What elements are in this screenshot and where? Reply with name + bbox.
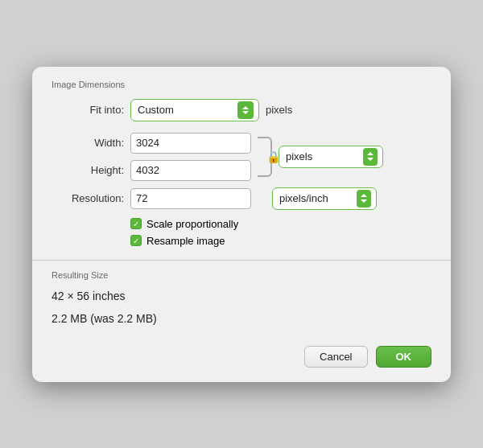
cancel-button[interactable]: Cancel [304,346,367,368]
pixels-unit-up-icon [367,152,374,155]
resolution-unit-down-icon [361,199,367,203]
resolution-unit-arrows[interactable] [357,190,371,208]
image-dimensions-section: Image Dimensions Fit into: Custom pixels… [32,67,451,260]
ok-button[interactable]: OK [376,346,432,368]
width-label: Width: [52,137,124,149]
resolution-unit-value: pixels/inch [279,192,352,204]
resample-row: ✓ Resample image [130,235,431,247]
pixels-unit-arrows[interactable] [363,148,378,166]
pixels-after-label: pixels [266,104,292,116]
height-label: Height: [52,164,124,176]
resulting-section: Resulting Size 42 × 56 inches 2.2 MB (wa… [32,261,451,336]
wh-fields: Width: Height: [52,133,251,181]
resolution-unit-select[interactable]: pixels/inch [272,187,377,210]
fit-into-label: Fit into: [52,104,124,116]
fit-into-select-value: Custom [138,104,233,116]
scale-label: Scale proportionally [147,218,238,230]
lock-area: 🔒 [258,137,272,177]
filesize-result: 2.2 MB (was 2.2 MB) [52,312,431,325]
resulting-size-title: Resulting Size [52,270,431,280]
resolution-unit-up-icon [361,194,367,197]
image-dimensions-title: Image Dimensions [52,80,431,89]
button-row: Cancel OK [32,336,451,382]
lock-bracket: 🔒 [258,137,272,177]
checkboxes-area: ✓ Scale proportionally ✓ Resample image [130,218,431,247]
image-dimensions-dialog: Image Dimensions Fit into: Custom pixels… [32,67,451,382]
chevron-up-icon [242,106,249,109]
fit-into-select[interactable]: Custom [130,99,259,121]
resolution-row: Resolution: pixels/inch [52,187,431,210]
lock-icon: 🔒 [266,150,280,163]
chevron-down-icon [242,111,249,114]
resample-checkbox[interactable]: ✓ [130,235,142,246]
height-row: Height: [52,160,251,181]
width-row: Width: [52,133,251,154]
height-input[interactable] [130,160,251,181]
scale-checkbox[interactable]: ✓ [130,218,142,229]
dimensions-result: 42 × 56 inches [52,290,431,302]
pixels-unit-select[interactable]: pixels [279,146,383,168]
pixels-unit-down-icon [367,158,374,161]
dimensions-area: Width: Height: 🔒 pixels [52,133,431,181]
resolution-label: Resolution: [52,192,124,204]
pixels-unit-value: pixels [286,150,358,162]
fit-into-row: Fit into: Custom pixels [52,99,431,121]
scale-row: ✓ Scale proportionally [130,218,431,230]
fit-into-chevron[interactable] [237,101,254,119]
resolution-input[interactable] [130,188,251,209]
width-input[interactable] [130,133,251,154]
resample-label: Resample image [147,235,225,247]
